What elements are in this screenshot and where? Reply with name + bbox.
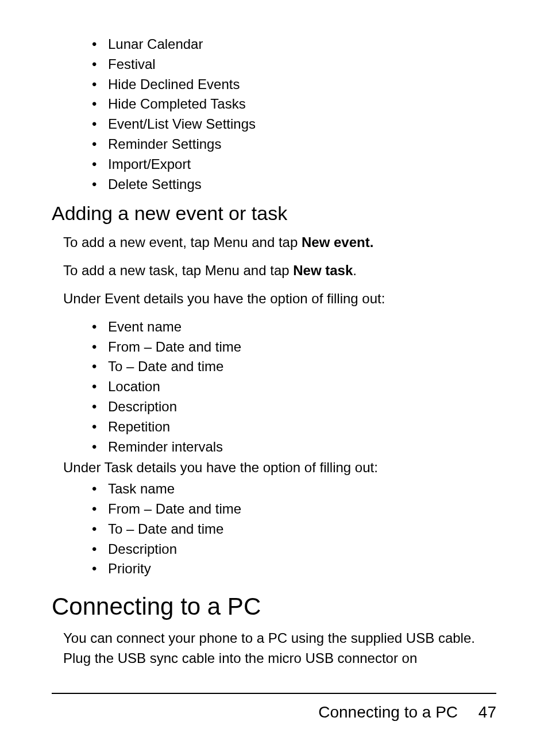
list-item: Repetition bbox=[92, 417, 496, 437]
settings-list: Lunar Calendar Festival Hide Declined Ev… bbox=[52, 34, 496, 194]
text: . bbox=[353, 263, 357, 278]
list-item: Location bbox=[92, 377, 496, 397]
list-item: Reminder intervals bbox=[92, 437, 496, 457]
text: To add a new task, tap Menu and tap bbox=[63, 263, 293, 278]
footer-rule bbox=[52, 693, 496, 694]
list-item: Reminder Settings bbox=[92, 134, 496, 155]
heading-connecting-to-pc: Connecting to a PC bbox=[52, 593, 496, 620]
list-item: Lunar Calendar bbox=[92, 34, 496, 55]
list-item: Hide Declined Events bbox=[92, 75, 496, 95]
bold-text: New event. bbox=[302, 234, 373, 250]
footer-line: Connecting to a PC 47 bbox=[52, 703, 496, 722]
paragraph-connect-pc: You can connect your phone to a PC using… bbox=[52, 628, 496, 669]
footer-page-number: 47 bbox=[478, 703, 496, 722]
list-item: From – Date and time bbox=[92, 499, 496, 519]
list-item: Festival bbox=[92, 55, 496, 75]
page-footer: Connecting to a PC 47 bbox=[52, 693, 496, 722]
paragraph-new-event: To add a new event, tap Menu and tap New… bbox=[52, 233, 496, 253]
task-details-list: Task name From – Date and time To – Date… bbox=[52, 479, 496, 579]
paragraph-new-task: To add a new task, tap Menu and tap New … bbox=[52, 261, 496, 281]
list-item: Description bbox=[92, 397, 496, 417]
list-item: Description bbox=[92, 539, 496, 560]
paragraph-task-details: Under Task details you have the option o… bbox=[52, 458, 496, 478]
bold-text: New task bbox=[293, 263, 353, 278]
document-page: Lunar Calendar Festival Hide Declined Ev… bbox=[0, 0, 548, 756]
list-item: To – Date and time bbox=[92, 357, 496, 377]
list-item: Event/List View Settings bbox=[92, 114, 496, 134]
event-details-list: Event name From – Date and time To – Dat… bbox=[52, 317, 496, 457]
text: To add a new event, tap Menu and tap bbox=[63, 234, 302, 250]
list-item: Hide Completed Tasks bbox=[92, 94, 496, 114]
list-item: Event name bbox=[92, 317, 496, 337]
list-item: From – Date and time bbox=[92, 337, 496, 357]
paragraph-event-details: Under Event details you have the option … bbox=[52, 289, 496, 309]
footer-section-title: Connecting to a PC bbox=[318, 703, 458, 721]
list-item: Task name bbox=[92, 479, 496, 499]
list-item: To – Date and time bbox=[92, 519, 496, 539]
list-item: Delete Settings bbox=[92, 175, 496, 195]
subheading-adding-event: Adding a new event or task bbox=[52, 202, 496, 225]
list-item: Priority bbox=[92, 559, 496, 579]
list-item: Import/Export bbox=[92, 155, 496, 175]
